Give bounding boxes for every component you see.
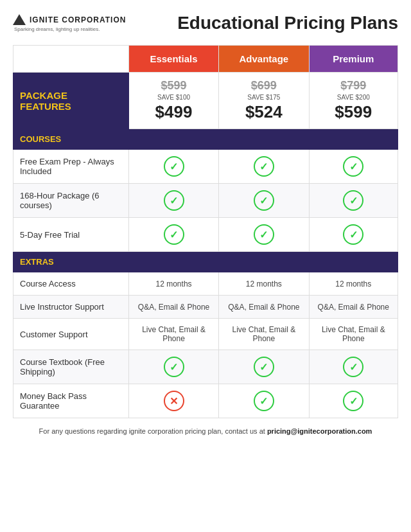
live-support-row: Live Instructor Support Q&A, Email & Pho…: [13, 296, 398, 319]
premium-save: SAVE $200: [315, 94, 392, 101]
essentials-save: SAVE $100: [134, 94, 213, 101]
free-trial-premium: [309, 218, 398, 252]
extras-section-header: EXTRAS: [13, 252, 398, 272]
package-features-row: PACKAGEFEATURES $599 SAVE $100 $499 $699…: [13, 73, 398, 129]
premium-final-price: $599: [315, 102, 392, 122]
free-trial-essentials: [129, 218, 219, 252]
check-icon: [164, 224, 184, 245]
pricing-table: Essentials Advantage Premium PACKAGEFEAT…: [13, 45, 398, 418]
free-exam-row: Free Exam Prep - Always Included: [13, 150, 398, 184]
check-icon: [343, 190, 363, 211]
check-icon: [164, 156, 184, 177]
cross-icon: [164, 391, 184, 411]
essentials-final-price: $499: [134, 102, 213, 122]
check-icon: [343, 391, 363, 411]
courses-label: COURSES: [13, 129, 398, 150]
check-icon: [254, 224, 274, 245]
course-access-label: Course Access: [13, 272, 129, 296]
live-support-essentials: Q&A, Email & Phone: [129, 296, 219, 319]
check-icon: [343, 357, 363, 377]
course-textbook-advantage: [219, 350, 309, 384]
check-icon: [254, 357, 274, 377]
page-title: Educational Pricing Plans: [126, 13, 398, 33]
check-icon: [164, 190, 184, 211]
course-access-advantage: 12 months: [219, 272, 309, 296]
check-icon: [343, 224, 363, 245]
free-trial-advantage: [219, 218, 309, 252]
logo-triangle-icon: [13, 14, 26, 25]
col-header-essentials: Essentials: [129, 46, 219, 73]
courses-section-header: COURSES: [13, 129, 398, 150]
course-textbook-label: Course Textbook (Free Shipping): [13, 350, 129, 384]
page-header: IGNITE CORPORATION Sparking dreams, ligh…: [13, 13, 398, 33]
customer-support-premium: Live Chat, Email & Phone: [309, 319, 398, 350]
logo-tagline: Sparking dreams, lighting up realities.: [14, 26, 100, 32]
money-back-advantage: [219, 384, 309, 418]
free-exam-label: Free Exam Prep - Always Included: [13, 150, 129, 184]
footer-note: For any questions regarding ignite corpo…: [13, 427, 398, 435]
course-access-row: Course Access 12 months 12 months 12 mon…: [13, 272, 398, 296]
premium-orig-price: $799: [315, 79, 392, 93]
free-exam-essentials: [129, 150, 219, 184]
money-back-row: Money Back Pass Guarantee: [13, 384, 398, 418]
check-icon: [164, 357, 184, 377]
package-168-row: 168-Hour Package (6 courses): [13, 184, 398, 218]
customer-support-advantage: Live Chat, Email & Phone: [219, 319, 309, 350]
check-icon: [254, 391, 274, 411]
col-header-premium: Premium: [309, 46, 398, 73]
check-icon: [254, 156, 274, 177]
package-168-advantage: [219, 184, 309, 218]
free-exam-premium: [309, 150, 398, 184]
advantage-save: SAVE $175: [224, 94, 303, 101]
package-168-premium: [309, 184, 398, 218]
logo-row: IGNITE CORPORATION: [13, 14, 126, 25]
live-support-premium: Q&A, Email & Phone: [309, 296, 398, 319]
col-header-advantage: Advantage: [219, 46, 309, 73]
live-support-label: Live Instructor Support: [13, 296, 129, 319]
course-textbook-row: Course Textbook (Free Shipping): [13, 350, 398, 384]
money-back-premium: [309, 384, 398, 418]
logo-area: IGNITE CORPORATION Sparking dreams, ligh…: [13, 14, 126, 32]
free-trial-row: 5-Day Free Trial: [13, 218, 398, 252]
money-back-label: Money Back Pass Guarantee: [13, 384, 129, 418]
advantage-orig-price: $699: [224, 79, 303, 93]
course-textbook-essentials: [129, 350, 219, 384]
free-trial-label: 5-Day Free Trial: [13, 218, 129, 252]
course-access-essentials: 12 months: [129, 272, 219, 296]
advantage-price-cell: $699 SAVE $175 $524: [219, 73, 309, 129]
logo-name: IGNITE CORPORATION: [30, 15, 126, 24]
table-corner: [13, 46, 129, 73]
footer-email[interactable]: pricing@ignitecorporation.com: [267, 427, 372, 435]
essentials-price-cell: $599 SAVE $100 $499: [129, 73, 219, 129]
package-168-essentials: [129, 184, 219, 218]
advantage-final-price: $524: [224, 102, 303, 122]
money-back-essentials: [129, 384, 219, 418]
live-support-advantage: Q&A, Email & Phone: [219, 296, 309, 319]
extras-label: EXTRAS: [13, 252, 398, 272]
package-features-label: PACKAGEFEATURES: [13, 73, 129, 129]
premium-price-cell: $799 SAVE $200 $599: [309, 73, 398, 129]
customer-support-label: Customer Support: [13, 319, 129, 350]
package-168-label: 168-Hour Package (6 courses): [13, 184, 129, 218]
course-textbook-premium: [309, 350, 398, 384]
customer-support-row: Customer Support Live Chat, Email & Phon…: [13, 319, 398, 350]
customer-support-essentials: Live Chat, Email & Phone: [129, 319, 219, 350]
check-icon: [343, 156, 363, 177]
free-exam-advantage: [219, 150, 309, 184]
footer-text: For any questions regarding ignite corpo…: [39, 427, 267, 435]
check-icon: [254, 190, 274, 211]
essentials-orig-price: $599: [134, 79, 213, 93]
course-access-premium: 12 months: [309, 272, 398, 296]
